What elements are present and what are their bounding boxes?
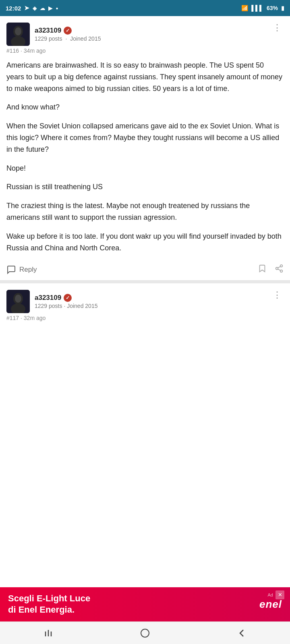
wifi-icon: 📶 xyxy=(241,5,248,11)
signal-icon: ▌▌▌ xyxy=(251,5,263,11)
bookmark-icon-1[interactable] xyxy=(258,264,267,275)
status-right: 📶 ▌▌▌ 63% ▮ xyxy=(241,5,284,11)
post-header-1: a323109 ✓ 1229 posts · Joined 2015 ⋮ xyxy=(6,23,284,46)
youtube-icon: ▶ xyxy=(48,5,52,11)
status-left: 12:02 ➤ ◈ ☁ ▶ ● xyxy=(6,4,58,12)
more-options-icon-1[interactable]: ⋮ xyxy=(271,23,284,33)
ad-close-button[interactable]: ✕ xyxy=(276,590,284,599)
avatar-image-2 xyxy=(6,290,30,313)
status-bar: 12:02 ➤ ◈ ☁ ▶ ● 📶 ▌▌▌ 63% ▮ xyxy=(0,0,290,16)
verified-badge-2: ✓ xyxy=(64,294,72,302)
more-options-icon-2[interactable]: ⋮ xyxy=(271,290,284,300)
post-paragraph-3: When the Soviet Union collapsed american… xyxy=(6,120,284,155)
reply-button-1[interactable]: Reply xyxy=(6,265,37,275)
post-meta-2: #117 · 32m ago xyxy=(6,315,284,321)
user-meta-2: 1229 posts · Joined 2015 xyxy=(35,303,97,309)
svg-point-4 xyxy=(280,265,283,267)
ad-label: Ad xyxy=(268,592,273,597)
post-header-left-2: a323109 ✓ 1229 posts · Joined 2015 xyxy=(6,290,97,313)
post-meta-1: #116 · 34m ago xyxy=(6,47,284,54)
reply-icon-1 xyxy=(6,265,16,275)
cloud-icon: ☁ xyxy=(40,5,45,11)
post-card-1: a323109 ✓ 1229 posts · Joined 2015 ⋮ #11… xyxy=(0,16,290,283)
username-row-2: a323109 ✓ xyxy=(35,294,97,302)
post-footer-right-1 xyxy=(258,264,284,275)
user-info-2: a323109 ✓ 1229 posts · Joined 2015 xyxy=(35,294,97,309)
username-row-1: a323109 ✓ xyxy=(35,27,101,35)
bottom-nav xyxy=(0,621,290,644)
post-paragraph-7: Wake up before it is too late. If you do… xyxy=(6,231,284,254)
svg-line-8 xyxy=(278,266,280,268)
svg-point-6 xyxy=(280,270,283,272)
svg-point-5 xyxy=(276,268,278,270)
nav-home-button[interactable] xyxy=(133,625,157,641)
post-paragraph-2: And know what? xyxy=(6,101,284,113)
username-2: a323109 xyxy=(35,294,61,302)
avatar-2 xyxy=(6,290,30,313)
verified-badge-1: ✓ xyxy=(64,27,72,35)
ad-logo: enel xyxy=(259,598,282,611)
post-body-1: Americans are brainwashed. It is so easy… xyxy=(6,60,284,254)
post-paragraph-5: Russian is still treathening US xyxy=(6,181,284,193)
ad-top-right: Ad ✕ xyxy=(268,590,284,599)
post-card-2: a323109 ✓ 1229 posts · Joined 2015 ⋮ #11… xyxy=(0,283,290,331)
navigation-icon: ➤ xyxy=(24,4,29,12)
dot-icon: ● xyxy=(56,6,58,10)
nav-back-button[interactable] xyxy=(230,625,254,641)
ad-text-block: Scegli E-Light Luce di Enel Energia. xyxy=(8,593,90,616)
svg-rect-16 xyxy=(141,629,149,637)
post-header-left-1: a323109 ✓ 1229 posts · Joined 2015 xyxy=(6,23,101,46)
nav-menu-button[interactable] xyxy=(36,625,60,641)
location-icon: ◈ xyxy=(33,5,37,11)
avatar-image-1 xyxy=(6,23,30,46)
post-paragraph-4: Nope! xyxy=(6,163,284,174)
svg-line-7 xyxy=(278,269,280,271)
status-time: 12:02 xyxy=(6,5,21,12)
ad-banner: Ad ✕ Scegli E-Light Luce di Enel Energia… xyxy=(0,587,290,621)
share-icon-1[interactable] xyxy=(275,264,284,275)
svg-point-11 xyxy=(15,295,21,303)
post-footer-1: Reply xyxy=(6,260,284,275)
username-1: a323109 xyxy=(35,27,61,35)
avatar-1 xyxy=(6,23,30,46)
post-paragraph-1: Americans are brainwashed. It is so easy… xyxy=(6,60,284,94)
post-paragraph-6: The craziest thing is the latest. Maybe … xyxy=(6,200,284,223)
battery-percent: 63% xyxy=(267,5,278,11)
user-info-1: a323109 ✓ 1229 posts · Joined 2015 xyxy=(35,27,101,42)
svg-point-2 xyxy=(15,27,21,35)
post-header-2: a323109 ✓ 1229 posts · Joined 2015 ⋮ xyxy=(6,290,284,313)
battery-icon: ▮ xyxy=(281,5,284,11)
ad-line1: Scegli E-Light Luce di Enel Energia. xyxy=(8,593,90,616)
user-meta-1: 1229 posts · Joined 2015 xyxy=(35,35,101,42)
